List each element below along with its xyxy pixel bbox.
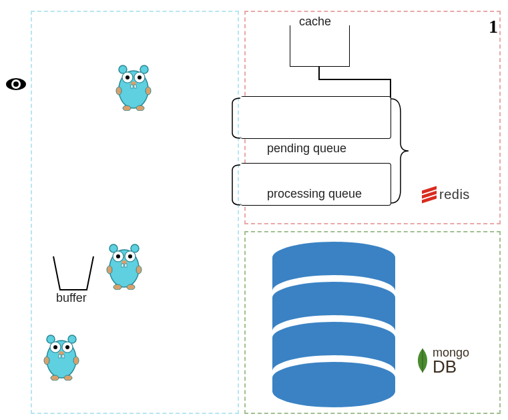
curly-brace (391, 96, 411, 208)
redis-text: redis (439, 187, 470, 202)
buffer-bucket (49, 254, 97, 296)
cache-connector-right (318, 79, 391, 80)
svg-rect-51 (59, 355, 61, 358)
processing-queue-label: processing queue (267, 187, 362, 201)
svg-point-41 (113, 284, 121, 290)
redis-logo: redis (422, 187, 470, 202)
svg-point-48 (53, 345, 57, 349)
pending-queue-label: pending queue (267, 142, 346, 156)
svg-rect-23 (131, 85, 133, 88)
gopher-icon (115, 60, 152, 111)
svg-rect-24 (134, 85, 136, 88)
one-label: 1 (489, 16, 498, 37)
buffer-label: buffer (56, 291, 87, 305)
pending-queue-box (240, 96, 391, 139)
svg-point-25 (116, 87, 121, 95)
svg-point-28 (136, 106, 144, 111)
svg-point-39 (107, 266, 112, 274)
svg-point-27 (123, 106, 131, 111)
svg-point-49 (65, 345, 69, 349)
svg-point-42 (127, 284, 135, 290)
cache-box (290, 25, 350, 67)
svg-point-20 (125, 75, 130, 79)
svg-point-21 (138, 75, 142, 79)
cache-label: cache (299, 15, 331, 29)
mongodb-text: mongo DB (433, 347, 469, 375)
eye-icon (5, 77, 27, 94)
gopher-icon (43, 330, 80, 381)
mongodb-leaf-icon (415, 347, 430, 373)
svg-rect-37 (121, 264, 123, 267)
svg-point-56 (64, 375, 72, 381)
mongodb-logo: mongo DB (415, 347, 469, 375)
cache-connector (318, 67, 320, 79)
svg-point-26 (146, 87, 151, 95)
svg-point-2 (13, 81, 19, 87)
gopher-icon (105, 239, 143, 290)
svg-point-35 (128, 254, 132, 258)
database-icon (267, 240, 401, 410)
svg-point-54 (73, 357, 79, 365)
svg-point-34 (116, 254, 120, 258)
svg-point-40 (136, 266, 142, 274)
svg-rect-52 (62, 355, 64, 358)
svg-point-14 (272, 375, 395, 407)
svg-point-53 (44, 357, 49, 365)
svg-rect-38 (125, 264, 127, 267)
redis-icon (422, 188, 437, 202)
svg-point-55 (51, 375, 59, 381)
